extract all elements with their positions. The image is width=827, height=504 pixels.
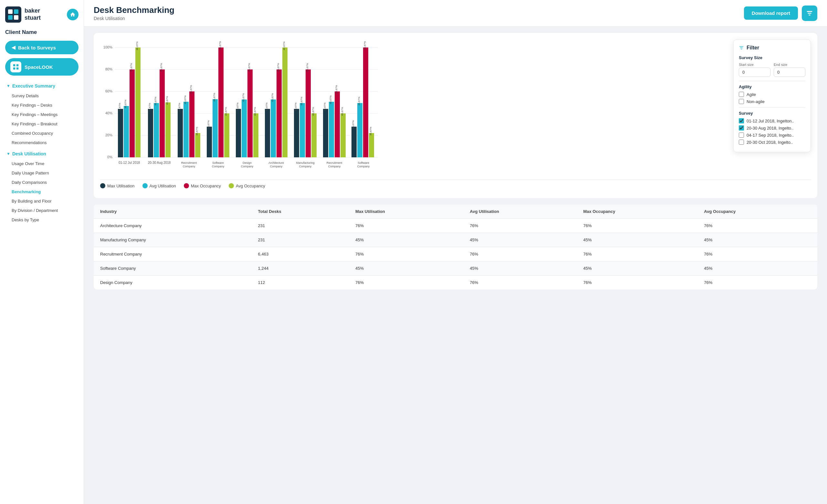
non-agile-checkbox[interactable] (739, 99, 744, 104)
agility-title: Agility (739, 84, 806, 89)
nav-section-header-executive-summary[interactable]: ▼ Executive Summary (5, 81, 79, 91)
legend-dot-max-occ (184, 183, 189, 188)
bar (306, 69, 311, 157)
bar (323, 109, 328, 157)
nav-section-header-desk-utilisation[interactable]: ▼ Desk Utilisation (5, 149, 79, 159)
cell-max-occ-0: 76% (577, 219, 697, 233)
svg-text:46,67%: 46,67% (154, 97, 157, 105)
sidebar-item-daily-comparisons[interactable]: Daily Comparisons (5, 178, 79, 187)
svg-text:46,67%: 46,67% (213, 93, 216, 101)
filter-panel: Filter Survey Size Start size End size A… (733, 39, 811, 152)
svg-text:46,67%: 46,67% (306, 63, 309, 72)
filter-toggle-button[interactable] (802, 5, 817, 21)
svg-text:100%: 100% (103, 45, 112, 49)
cell-avg-util-0: 76% (463, 219, 577, 233)
survey-checkbox-item-0: 01-12 Jul 2018, Ingelton.. (739, 118, 806, 123)
svg-text:46,67%: 46,67% (190, 85, 193, 94)
download-report-button[interactable]: Download report (744, 6, 798, 20)
bar (236, 109, 241, 157)
sidebar-item-usage-over-time[interactable]: Usage Over Time (5, 159, 79, 168)
bar (242, 100, 247, 157)
svg-text:Company: Company (299, 165, 312, 168)
page-subtitle: Desk Utilisation (94, 16, 175, 21)
bar (124, 106, 129, 157)
logo-text: baker stuart (25, 7, 41, 21)
sidebar-item-by-division-dept[interactable]: By Division / Department (5, 206, 79, 215)
back-arrow-icon: ◀ (12, 45, 15, 50)
page-header: Desk Benchmarking Desk Utilisation Downl… (84, 0, 827, 27)
spacelook-button[interactable]: SpaceLOOK (5, 58, 79, 75)
svg-text:Company: Company (212, 165, 225, 168)
sidebar-item-combined-occupancy[interactable]: Combined Occupancy (5, 129, 79, 138)
bar (212, 99, 218, 157)
svg-text:46,67%: 46,67% (184, 95, 187, 104)
sidebar-item-daily-usage-pattern[interactable]: Daily Usage Pattern (5, 168, 79, 178)
bar (148, 109, 153, 157)
sidebar-item-key-findings-meetings[interactable]: Key Findings – Meetings (5, 110, 79, 119)
bar (294, 109, 299, 157)
svg-text:46,67%: 46,67% (357, 97, 360, 105)
svg-text:Company: Company (328, 165, 341, 168)
cell-total-desks-0: 231 (252, 219, 349, 233)
sidebar-item-by-building-floor[interactable]: By Building and Floor (5, 196, 79, 206)
cell-max-util-2: 76% (349, 247, 463, 261)
bar (135, 48, 141, 157)
svg-text:Company: Company (183, 165, 195, 168)
svg-text:46,67%: 46,67% (225, 107, 228, 116)
col-header-max-occ: Max Occupancy (577, 204, 697, 219)
benchmarking-table: Industry Total Desks Max Utilisation Avg… (94, 204, 817, 290)
agile-checkbox-item: Agile (739, 92, 806, 97)
sidebar-item-desks-by-type[interactable]: Desks by Type (5, 215, 79, 224)
agile-checkbox[interactable] (739, 92, 744, 97)
survey-filter-title: Survey (739, 111, 806, 116)
sidebar-item-survey-details[interactable]: Survey Details (5, 91, 79, 100)
start-size-label: Start size (739, 63, 771, 66)
cell-industry-2: Recruitment Company (94, 247, 252, 261)
cell-avg-occ-0: 76% (697, 219, 817, 233)
nav-section-executive-summary: ▼ Executive Summary Survey Details Key F… (5, 81, 79, 147)
client-name-label: Client Name (5, 29, 79, 36)
svg-text:46,67%: 46,67% (178, 103, 181, 111)
bar (247, 69, 253, 157)
legend-dot-avg-occ (229, 183, 234, 188)
svg-text:46,67%: 46,67% (329, 95, 332, 104)
sidebar: baker stuart Client Name ◀ Back to Surve… (0, 0, 84, 504)
bar (159, 69, 165, 157)
survey-checkbox-2[interactable] (739, 133, 744, 138)
sidebar-item-benchmarking[interactable]: Benchmarking (5, 187, 79, 196)
survey-label-3: 20-30 Oct 2018, Ingelto.. (746, 140, 793, 145)
survey-checkbox-0[interactable] (739, 118, 744, 123)
legend-avg-utilisation: Avg Utilisation (142, 183, 176, 188)
sidebar-item-recommendations[interactable]: Recommendations (5, 138, 79, 147)
svg-text:46,67%: 46,67% (207, 120, 210, 129)
cell-avg-util-3: 45% (463, 261, 577, 275)
table-row: Recruitment Company 6,463 76% 76% 76% 76… (94, 247, 817, 261)
survey-checkbox-1[interactable] (739, 125, 744, 131)
col-header-total-desks: Total Desks (252, 204, 349, 219)
home-button[interactable] (67, 9, 79, 20)
svg-text:46,67%: 46,67% (352, 120, 355, 129)
nav-section-desk-utilisation: ▼ Desk Utilisation Usage Over Time Daily… (5, 149, 79, 224)
bar (357, 103, 362, 157)
svg-text:Company: Company (241, 165, 254, 168)
back-to-surveys-button[interactable]: ◀ Back to Surveys (5, 41, 79, 54)
cell-total-desks-4: 112 (252, 275, 349, 290)
end-size-input[interactable] (774, 67, 806, 77)
header-actions: Download report (744, 5, 817, 21)
svg-text:46,67%: 46,67% (219, 41, 222, 50)
bar (207, 127, 212, 157)
bar (363, 48, 368, 157)
svg-text:Software: Software (357, 161, 369, 164)
sidebar-item-key-findings-breakout[interactable]: Key Findings – Breakout (5, 119, 79, 129)
svg-text:80%: 80% (105, 67, 112, 71)
svg-text:46,67%: 46,67% (265, 102, 268, 111)
bar (277, 69, 282, 157)
sidebar-item-key-findings-desks[interactable]: Key Findings – Desks (5, 100, 79, 110)
survey-checkbox-3[interactable] (739, 140, 744, 145)
svg-text:46,67%: 46,67% (254, 107, 256, 116)
start-size-input[interactable] (739, 67, 771, 77)
filter-divider-1 (739, 81, 806, 81)
svg-text:46,67%: 46,67% (335, 85, 338, 94)
legend-avg-occupancy: Avg Occupancy (229, 183, 265, 188)
cell-max-util-4: 76% (349, 275, 463, 290)
